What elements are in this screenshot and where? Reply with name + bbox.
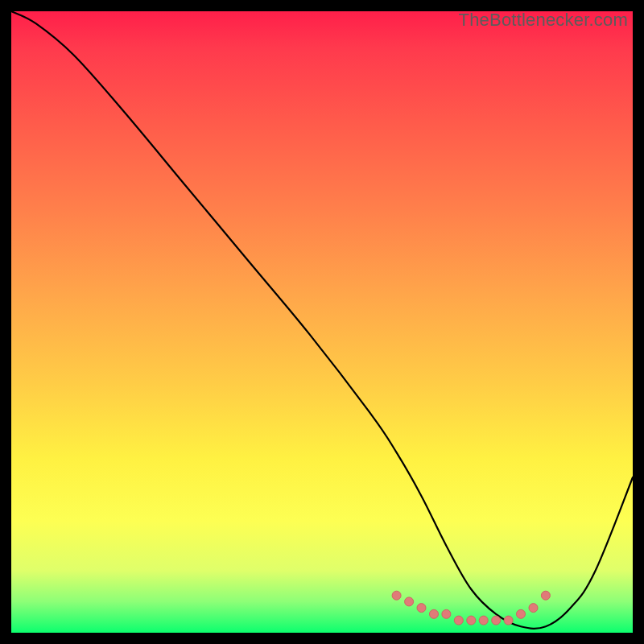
valley-marker — [504, 616, 513, 625]
valley-marker — [442, 609, 451, 618]
chart-frame: TheBottlenecker.com — [0, 0, 644, 644]
valley-marker — [392, 591, 401, 600]
valley-marker — [541, 591, 550, 600]
valley-marker — [430, 609, 439, 618]
valley-marker — [405, 597, 414, 606]
valley-marker — [467, 616, 476, 625]
watermark-text: TheBottlenecker.com — [459, 10, 628, 31]
valley-marker — [529, 604, 538, 613]
valley-marker — [517, 609, 526, 618]
valley-marker — [479, 616, 488, 625]
bottleneck-curve-line — [11, 11, 633, 629]
bottleneck-curve-svg — [11, 11, 633, 633]
valley-markers — [392, 591, 550, 625]
plot-area: TheBottlenecker.com — [11, 11, 633, 633]
valley-marker — [492, 616, 501, 625]
valley-marker — [454, 616, 463, 625]
valley-marker — [417, 604, 426, 613]
